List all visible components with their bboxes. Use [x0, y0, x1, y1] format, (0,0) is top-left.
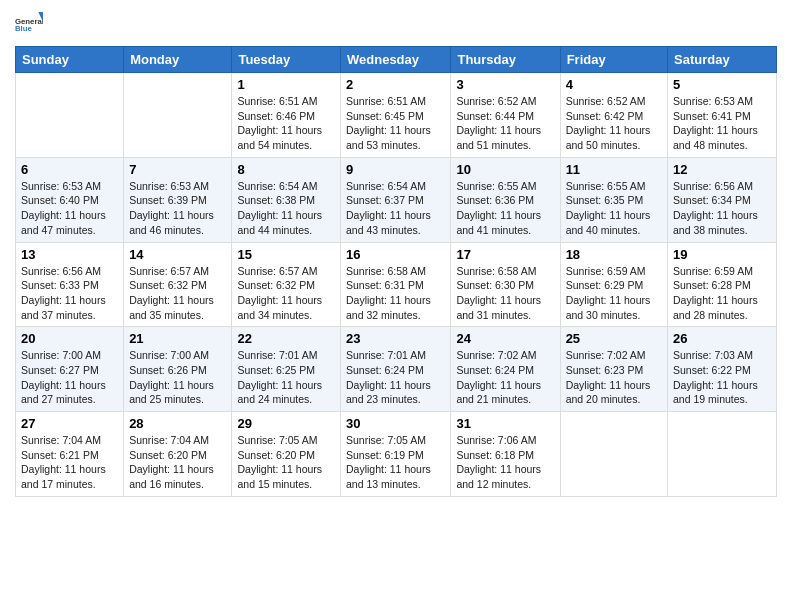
calendar-cell: 30Sunrise: 7:05 AMSunset: 6:19 PMDayligh…	[341, 412, 451, 497]
calendar-cell: 8Sunrise: 6:54 AMSunset: 6:38 PMDaylight…	[232, 157, 341, 242]
day-number: 4	[566, 77, 662, 92]
day-info: Sunrise: 7:00 AMSunset: 6:27 PMDaylight:…	[21, 348, 118, 407]
day-info: Sunrise: 7:00 AMSunset: 6:26 PMDaylight:…	[129, 348, 226, 407]
day-number: 29	[237, 416, 335, 431]
weekday-thursday: Thursday	[451, 47, 560, 73]
day-number: 6	[21, 162, 118, 177]
day-number: 16	[346, 247, 445, 262]
day-number: 3	[456, 77, 554, 92]
week-row-4: 20Sunrise: 7:00 AMSunset: 6:27 PMDayligh…	[16, 327, 777, 412]
week-row-2: 6Sunrise: 6:53 AMSunset: 6:40 PMDaylight…	[16, 157, 777, 242]
day-number: 5	[673, 77, 771, 92]
day-number: 8	[237, 162, 335, 177]
day-info: Sunrise: 7:01 AMSunset: 6:24 PMDaylight:…	[346, 348, 445, 407]
weekday-friday: Friday	[560, 47, 667, 73]
day-info: Sunrise: 6:53 AMSunset: 6:39 PMDaylight:…	[129, 179, 226, 238]
day-info: Sunrise: 7:06 AMSunset: 6:18 PMDaylight:…	[456, 433, 554, 492]
week-row-3: 13Sunrise: 6:56 AMSunset: 6:33 PMDayligh…	[16, 242, 777, 327]
day-info: Sunrise: 6:58 AMSunset: 6:30 PMDaylight:…	[456, 264, 554, 323]
day-number: 13	[21, 247, 118, 262]
day-info: Sunrise: 6:57 AMSunset: 6:32 PMDaylight:…	[237, 264, 335, 323]
calendar-cell: 11Sunrise: 6:55 AMSunset: 6:35 PMDayligh…	[560, 157, 667, 242]
day-number: 7	[129, 162, 226, 177]
day-info: Sunrise: 6:51 AMSunset: 6:45 PMDaylight:…	[346, 94, 445, 153]
calendar-cell: 25Sunrise: 7:02 AMSunset: 6:23 PMDayligh…	[560, 327, 667, 412]
calendar-cell: 26Sunrise: 7:03 AMSunset: 6:22 PMDayligh…	[668, 327, 777, 412]
calendar-cell: 4Sunrise: 6:52 AMSunset: 6:42 PMDaylight…	[560, 73, 667, 158]
day-info: Sunrise: 6:52 AMSunset: 6:44 PMDaylight:…	[456, 94, 554, 153]
day-number: 9	[346, 162, 445, 177]
calendar-cell: 13Sunrise: 6:56 AMSunset: 6:33 PMDayligh…	[16, 242, 124, 327]
calendar-cell: 23Sunrise: 7:01 AMSunset: 6:24 PMDayligh…	[341, 327, 451, 412]
svg-text:Blue: Blue	[15, 24, 33, 33]
day-info: Sunrise: 6:54 AMSunset: 6:38 PMDaylight:…	[237, 179, 335, 238]
calendar-cell: 31Sunrise: 7:06 AMSunset: 6:18 PMDayligh…	[451, 412, 560, 497]
day-info: Sunrise: 6:52 AMSunset: 6:42 PMDaylight:…	[566, 94, 662, 153]
day-number: 14	[129, 247, 226, 262]
day-number: 28	[129, 416, 226, 431]
day-info: Sunrise: 6:53 AMSunset: 6:41 PMDaylight:…	[673, 94, 771, 153]
week-row-5: 27Sunrise: 7:04 AMSunset: 6:21 PMDayligh…	[16, 412, 777, 497]
weekday-tuesday: Tuesday	[232, 47, 341, 73]
calendar-cell: 15Sunrise: 6:57 AMSunset: 6:32 PMDayligh…	[232, 242, 341, 327]
calendar-cell: 1Sunrise: 6:51 AMSunset: 6:46 PMDaylight…	[232, 73, 341, 158]
day-number: 24	[456, 331, 554, 346]
day-number: 15	[237, 247, 335, 262]
day-number: 18	[566, 247, 662, 262]
calendar-cell	[16, 73, 124, 158]
day-info: Sunrise: 6:55 AMSunset: 6:35 PMDaylight:…	[566, 179, 662, 238]
calendar-cell	[560, 412, 667, 497]
day-number: 27	[21, 416, 118, 431]
day-info: Sunrise: 6:56 AMSunset: 6:33 PMDaylight:…	[21, 264, 118, 323]
day-number: 23	[346, 331, 445, 346]
day-info: Sunrise: 6:54 AMSunset: 6:37 PMDaylight:…	[346, 179, 445, 238]
calendar-cell: 7Sunrise: 6:53 AMSunset: 6:39 PMDaylight…	[124, 157, 232, 242]
calendar-cell: 6Sunrise: 6:53 AMSunset: 6:40 PMDaylight…	[16, 157, 124, 242]
day-number: 1	[237, 77, 335, 92]
calendar-cell: 5Sunrise: 6:53 AMSunset: 6:41 PMDaylight…	[668, 73, 777, 158]
calendar-cell: 28Sunrise: 7:04 AMSunset: 6:20 PMDayligh…	[124, 412, 232, 497]
weekday-wednesday: Wednesday	[341, 47, 451, 73]
calendar-cell: 16Sunrise: 6:58 AMSunset: 6:31 PMDayligh…	[341, 242, 451, 327]
calendar-cell	[668, 412, 777, 497]
weekday-sunday: Sunday	[16, 47, 124, 73]
weekday-monday: Monday	[124, 47, 232, 73]
logo-icon: General Blue	[15, 8, 43, 36]
day-number: 17	[456, 247, 554, 262]
day-info: Sunrise: 7:03 AMSunset: 6:22 PMDaylight:…	[673, 348, 771, 407]
day-info: Sunrise: 6:58 AMSunset: 6:31 PMDaylight:…	[346, 264, 445, 323]
day-number: 10	[456, 162, 554, 177]
calendar-cell: 18Sunrise: 6:59 AMSunset: 6:29 PMDayligh…	[560, 242, 667, 327]
day-info: Sunrise: 6:53 AMSunset: 6:40 PMDaylight:…	[21, 179, 118, 238]
calendar-cell: 20Sunrise: 7:00 AMSunset: 6:27 PMDayligh…	[16, 327, 124, 412]
calendar-cell: 12Sunrise: 6:56 AMSunset: 6:34 PMDayligh…	[668, 157, 777, 242]
day-info: Sunrise: 6:51 AMSunset: 6:46 PMDaylight:…	[237, 94, 335, 153]
calendar-cell: 17Sunrise: 6:58 AMSunset: 6:30 PMDayligh…	[451, 242, 560, 327]
calendar-cell	[124, 73, 232, 158]
day-info: Sunrise: 7:02 AMSunset: 6:23 PMDaylight:…	[566, 348, 662, 407]
day-number: 31	[456, 416, 554, 431]
calendar-table: SundayMondayTuesdayWednesdayThursdayFrid…	[15, 46, 777, 497]
day-number: 12	[673, 162, 771, 177]
day-info: Sunrise: 7:01 AMSunset: 6:25 PMDaylight:…	[237, 348, 335, 407]
day-info: Sunrise: 7:05 AMSunset: 6:19 PMDaylight:…	[346, 433, 445, 492]
day-info: Sunrise: 6:55 AMSunset: 6:36 PMDaylight:…	[456, 179, 554, 238]
page-header: General Blue	[15, 10, 777, 38]
day-info: Sunrise: 6:56 AMSunset: 6:34 PMDaylight:…	[673, 179, 771, 238]
day-info: Sunrise: 7:04 AMSunset: 6:20 PMDaylight:…	[129, 433, 226, 492]
calendar-cell: 10Sunrise: 6:55 AMSunset: 6:36 PMDayligh…	[451, 157, 560, 242]
day-number: 22	[237, 331, 335, 346]
day-info: Sunrise: 6:57 AMSunset: 6:32 PMDaylight:…	[129, 264, 226, 323]
day-info: Sunrise: 6:59 AMSunset: 6:29 PMDaylight:…	[566, 264, 662, 323]
week-row-1: 1Sunrise: 6:51 AMSunset: 6:46 PMDaylight…	[16, 73, 777, 158]
day-info: Sunrise: 7:02 AMSunset: 6:24 PMDaylight:…	[456, 348, 554, 407]
calendar-cell: 21Sunrise: 7:00 AMSunset: 6:26 PMDayligh…	[124, 327, 232, 412]
day-info: Sunrise: 6:59 AMSunset: 6:28 PMDaylight:…	[673, 264, 771, 323]
calendar-cell: 24Sunrise: 7:02 AMSunset: 6:24 PMDayligh…	[451, 327, 560, 412]
day-number: 25	[566, 331, 662, 346]
day-number: 20	[21, 331, 118, 346]
calendar-cell: 14Sunrise: 6:57 AMSunset: 6:32 PMDayligh…	[124, 242, 232, 327]
calendar-cell: 3Sunrise: 6:52 AMSunset: 6:44 PMDaylight…	[451, 73, 560, 158]
calendar-cell: 9Sunrise: 6:54 AMSunset: 6:37 PMDaylight…	[341, 157, 451, 242]
day-info: Sunrise: 7:04 AMSunset: 6:21 PMDaylight:…	[21, 433, 118, 492]
